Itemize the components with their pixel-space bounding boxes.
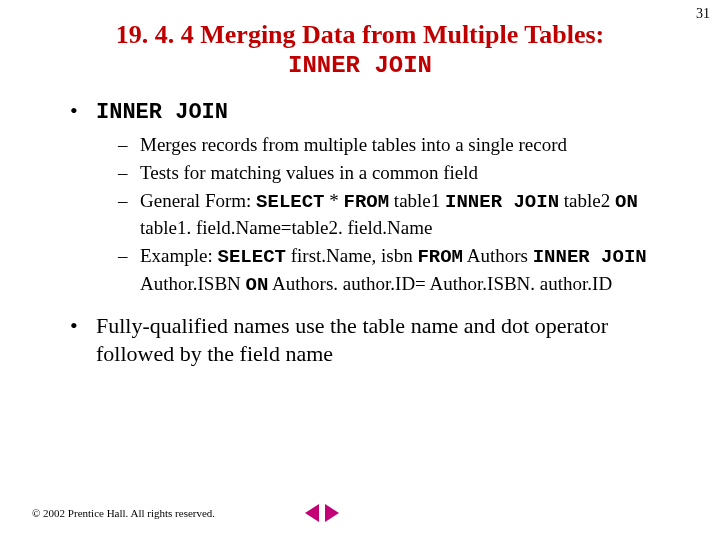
page-number: 31 (696, 6, 710, 22)
text: Authors (463, 245, 533, 266)
text: table2 (559, 190, 615, 211)
sub-bullet-example: Example: SELECT first.Name, isbn FROM Au… (118, 243, 670, 298)
keyword-inner-join: INNER JOIN (533, 246, 647, 268)
copyright-text: © 2002 Prentice Hall. All rights reserve… (32, 507, 215, 519)
title-main: 19. 4. 4 Merging Data from Multiple Tabl… (60, 20, 660, 50)
footer: © 2002 Prentice Hall. All rights reserve… (32, 504, 688, 522)
keyword-from: FROM (344, 191, 390, 213)
text: Example: (140, 245, 218, 266)
keyword-select: SELECT (256, 191, 324, 213)
text: * (325, 190, 344, 211)
text: General Form: (140, 190, 256, 211)
title-sub: INNER JOIN (60, 52, 660, 79)
nav-arrows (305, 504, 339, 522)
bullet-label: INNER JOIN (96, 100, 228, 125)
text: Authors. author.ID= Author.ISBN. author.… (268, 273, 612, 294)
prev-arrow-icon[interactable] (305, 504, 319, 522)
keyword-select: SELECT (218, 246, 286, 268)
keyword-inner-join: INNER JOIN (445, 191, 559, 213)
text: Author.ISBN (140, 273, 246, 294)
text: table1. field.Name=table2. field.Name (140, 217, 432, 238)
keyword-on: ON (615, 191, 638, 213)
text: first.Name, isbn (286, 245, 417, 266)
bullet-fully-qualified: Fully-qualified names use the table name… (70, 312, 670, 367)
next-arrow-icon[interactable] (325, 504, 339, 522)
slide-title: 19. 4. 4 Merging Data from Multiple Tabl… (0, 20, 720, 79)
sub-bullet-general-form: General Form: SELECT * FROM table1 INNER… (118, 188, 670, 241)
slide-content: INNER JOIN Merges records from multiple … (70, 97, 670, 367)
keyword-from: FROM (417, 246, 463, 268)
bullet-inner-join: INNER JOIN Merges records from multiple … (70, 97, 670, 298)
text: table1 (389, 190, 445, 211)
keyword-on: ON (246, 274, 269, 296)
sub-bullet: Merges records from multiple tables into… (118, 132, 670, 158)
sub-bullet: Tests for matching values in a common fi… (118, 160, 670, 186)
